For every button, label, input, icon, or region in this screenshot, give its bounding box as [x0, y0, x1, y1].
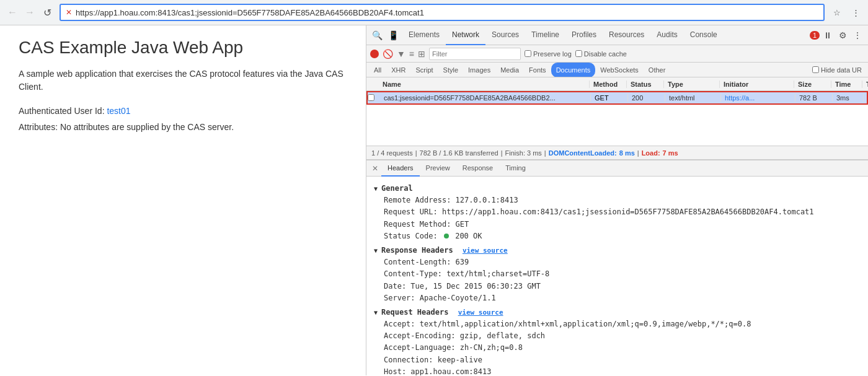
requests-count: 1 / 4 requests: [371, 149, 413, 157]
detail-tab-headers[interactable]: Headers: [381, 160, 420, 177]
disable-cache-label[interactable]: Disable cache: [575, 50, 627, 58]
clear-button[interactable]: 🚫: [383, 49, 393, 59]
load-label: Load:: [642, 149, 660, 157]
detail-tab-timing[interactable]: Timing: [499, 160, 532, 177]
remote-address-row: Remote Address: 127.0.0.1:8413: [374, 195, 861, 206]
tab-audits[interactable]: Audits: [650, 25, 683, 45]
tab-elements[interactable]: Elements: [402, 25, 446, 45]
filter-script[interactable]: Script: [410, 63, 438, 77]
filter-images[interactable]: Images: [463, 63, 495, 77]
main-area: CAS Example Java Web App A sample web ap…: [0, 25, 868, 375]
response-headers-section[interactable]: Response Headers view source: [374, 245, 861, 256]
content-length-row: Content-Length: 639: [374, 256, 861, 268]
back-button[interactable]: ←: [5, 5, 20, 20]
general-section-header[interactable]: General: [374, 183, 861, 195]
devtools-right-icons: 1 ⏸ ⚙ ⋮: [810, 28, 864, 42]
header-method-col[interactable]: Method: [590, 81, 627, 88]
header-status-col[interactable]: Status: [627, 81, 664, 88]
header-size-col[interactable]: Size: [794, 81, 831, 88]
detail-tab-preview[interactable]: Preview: [420, 160, 456, 177]
page-title: CAS Example Java Web App: [19, 38, 347, 58]
request-detail-panel: ✕ Headers Preview Response Timing Genera…: [366, 160, 868, 375]
more-options-icon[interactable]: ⋮: [851, 28, 864, 42]
page-description: A sample web application that exercises …: [19, 68, 347, 94]
header-time-col[interactable]: Time: [831, 81, 862, 88]
header-initiator-col[interactable]: Initiator: [720, 81, 794, 88]
request-method-row: Request Method: GET: [374, 219, 861, 230]
filter-other[interactable]: Other: [644, 63, 671, 77]
filter-documents[interactable]: Documents: [551, 63, 596, 77]
auth-user-label: Authenticated User Id:: [19, 106, 105, 116]
row-initiator[interactable]: https://a...: [721, 94, 795, 102]
tab-network[interactable]: Network: [446, 25, 485, 45]
settings-icon[interactable]: ⋮: [848, 5, 863, 20]
hide-data-url-label[interactable]: Hide data UR: [812, 66, 862, 74]
pause-icon[interactable]: ⏸: [821, 28, 835, 42]
detail-tab-response[interactable]: Response: [456, 160, 500, 177]
accept-encoding-row: Accept-Encoding: gzip, deflate, sdch: [374, 330, 861, 342]
browser-toolbar: ← → ↺ ✕ https://app1.hoau.com:8413/cas1;…: [0, 0, 868, 25]
connection-row: Connection: keep-alive: [374, 354, 861, 366]
reload-button[interactable]: ↺: [40, 5, 55, 20]
error-badge: 1: [810, 31, 820, 40]
device-mode-icon[interactable]: 📱: [386, 28, 400, 42]
transferred-size: 782 B / 1.6 KB transferred: [420, 149, 498, 157]
filter-fonts[interactable]: Fonts: [524, 63, 551, 77]
detail-close-button[interactable]: ✕: [369, 162, 381, 175]
page-attributes: Attributes: No attributes are supplied b…: [19, 122, 347, 132]
network-toolbar: 🚫 ▼ ≡ ⊞ Preserve log Disable cache: [366, 45, 868, 63]
hide-data-url-checkbox[interactable]: [812, 66, 819, 73]
bookmark-icon[interactable]: ☆: [830, 5, 844, 20]
forward-button[interactable]: →: [22, 5, 37, 20]
load-value: 7 ms: [663, 149, 678, 157]
table-row[interactable]: cas1;jsessionid=D565F7758DAFE85A2BA64566…: [366, 91, 868, 105]
detail-content: General Remote Address: 127.0.0.1:8413 R…: [366, 177, 868, 375]
tab-resources[interactable]: Resources: [603, 25, 650, 45]
preserve-log-checkbox[interactable]: [525, 50, 531, 57]
disable-cache-checkbox[interactable]: [575, 50, 582, 57]
preserve-log-label[interactable]: Preserve log: [525, 50, 572, 58]
view-all-icon[interactable]: ≡: [409, 49, 414, 59]
header-name-col[interactable]: Name: [379, 81, 590, 88]
page-auth-user: Authenticated User Id: test01: [19, 106, 347, 116]
filter-websockets[interactable]: WebSockets: [595, 63, 644, 77]
filter-icon[interactable]: ▼: [397, 49, 405, 59]
filter-media[interactable]: Media: [495, 63, 524, 77]
settings-gear-icon[interactable]: ⚙: [836, 28, 849, 42]
tab-timeline[interactable]: Timeline: [525, 25, 565, 45]
browser-chrome: ← → ↺ ✕ https://app1.hoau.com:8413/cas1;…: [0, 0, 868, 25]
tab-sources[interactable]: Sources: [485, 25, 525, 45]
auth-user-link[interactable]: test01: [107, 106, 130, 116]
network-area: 🚫 ▼ ≡ ⊞ Preserve log Disable cache All X…: [366, 45, 868, 160]
filter-input[interactable]: [429, 48, 521, 60]
request-headers-section[interactable]: Request Headers view source: [374, 307, 861, 318]
tab-console[interactable]: Console: [684, 25, 724, 45]
status-code-row: Status Code: 200 OK: [374, 230, 861, 242]
address-bar-url[interactable]: https://app1.hoau.com:8413/cas1;jsession…: [76, 8, 818, 17]
inspect-element-icon[interactable]: 🔍: [370, 28, 384, 42]
record-button[interactable]: [370, 50, 379, 58]
header-timeline-col[interactable]: Timeline: [862, 81, 868, 88]
request-view-source-link[interactable]: view source: [458, 308, 503, 317]
filter-xhr[interactable]: XHR: [386, 63, 410, 77]
view-group-icon[interactable]: ⊞: [418, 49, 425, 59]
row-checkbox: [368, 94, 380, 102]
row-status: 200: [628, 94, 665, 102]
filter-style[interactable]: Style: [438, 63, 463, 77]
row-size: 782 B: [795, 94, 833, 102]
response-view-source-link[interactable]: view source: [463, 247, 508, 255]
host-row: Host: app1.hoau.com:8413: [374, 366, 861, 375]
page-content: CAS Example Java Web App A sample web ap…: [0, 25, 366, 375]
filter-all[interactable]: All: [369, 63, 386, 77]
dom-content-loaded-value: 8 ms: [619, 149, 635, 157]
row-method: GET: [591, 94, 628, 102]
header-type-col[interactable]: Type: [664, 81, 720, 88]
row-name: cas1;jsessionid=D565F7758DAFE85A2BA64566…: [380, 94, 591, 102]
server-row: Server: Apache-Coyote/1.1: [374, 292, 861, 304]
row-time: 3ms: [833, 94, 864, 102]
row-select-checkbox[interactable]: [368, 94, 374, 101]
devtools-tab-bar: 🔍 📱 Elements Network Sources Timeline Pr…: [366, 25, 868, 45]
tab-profiles[interactable]: Profiles: [565, 25, 603, 45]
accept-language-row: Accept-Language: zh-CN,zh;q=0.8: [374, 342, 861, 354]
dom-content-loaded-label: DOMContentLoaded:: [549, 149, 617, 157]
